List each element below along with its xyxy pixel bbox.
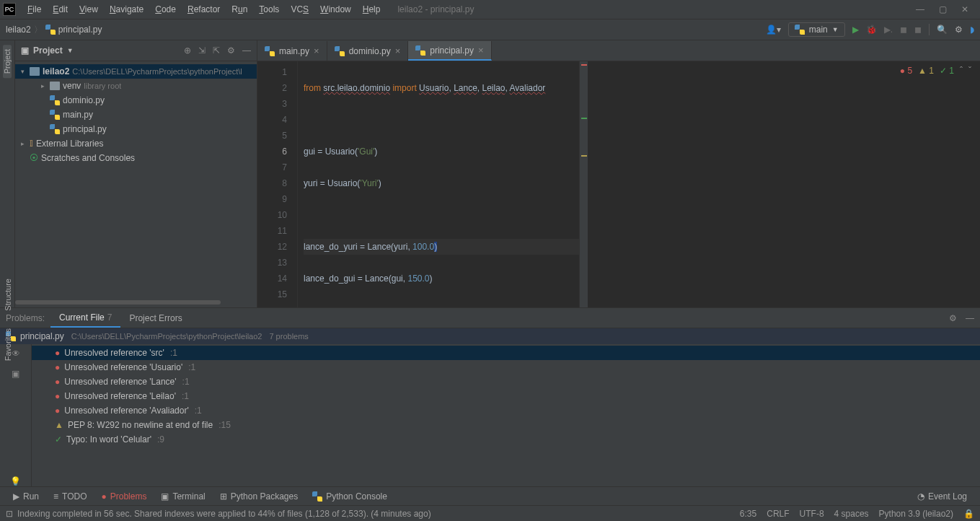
inspections-widget[interactable]: ● 5 ▲ 1 ✓ 1 ˆ ˇ (900, 66, 971, 76)
menu-edit[interactable]: Edit (47, 4, 74, 14)
tool-run[interactable]: ▶Run (6, 491, 46, 502)
horizontal-scrollbar[interactable] (15, 300, 221, 305)
python-icon (312, 491, 322, 502)
editor-area: main.py × dominio.py × principal.py × 12… (257, 40, 980, 307)
menu-vcs[interactable]: VCS (285, 4, 314, 14)
problems-list[interactable]: ● Unresolved reference 'src' :1 ● Unreso… (32, 344, 980, 486)
project-tree[interactable]: ▾ leilao2 C:\Users\DELL\PycharmProjects\… (15, 61, 257, 300)
status-encoding[interactable]: UTF-8 (800, 509, 824, 519)
chevron-down-icon: ▼ (832, 26, 839, 33)
warning-count-icon[interactable]: ▲ 1 (918, 66, 934, 76)
menu-code[interactable]: Code (149, 4, 182, 14)
problem-item[interactable]: ● Unresolved reference 'Lance' :1 (32, 375, 980, 389)
collapse-all-icon[interactable]: ⇱ (213, 45, 220, 56)
close-tab-icon[interactable]: × (314, 45, 319, 56)
menu-navigate[interactable]: Navigate (104, 4, 149, 14)
bottom-tool-bar: ▶Run ≡TODO ●Problems ▣Terminal ⊞Python P… (0, 486, 980, 505)
tool-terminal[interactable]: ▣Terminal (154, 491, 212, 502)
menu-help[interactable]: Help (357, 4, 387, 14)
settings-icon[interactable]: ⚙ (955, 25, 963, 35)
run-config-selector[interactable]: main ▼ (788, 22, 845, 37)
play-icon: ▶ (13, 491, 19, 502)
problems-file-header[interactable]: principal.py C:\Users\DELL\PycharmProjec… (0, 328, 980, 344)
tab-current-file[interactable]: Current File7 (50, 308, 120, 328)
close-tab-icon[interactable]: × (395, 45, 401, 56)
tree-venv[interactable]: ▸ venv library root (15, 79, 257, 93)
error-count-icon[interactable]: ● 5 (900, 66, 912, 76)
stop-button[interactable]: ◼ (914, 25, 922, 35)
next-highlight-icon[interactable]: ˇ (968, 66, 971, 76)
python-file-icon (335, 46, 345, 56)
error-stripe[interactable] (579, 61, 588, 307)
coverage-button[interactable]: ▶. (884, 25, 893, 35)
settings-icon[interactable]: ⚙ (227, 45, 235, 56)
debug-button[interactable]: 🐞 (866, 25, 877, 35)
tree-file-main[interactable]: main.py (15, 108, 257, 122)
select-opened-file-icon[interactable]: ⊕ (184, 45, 191, 56)
expand-all-icon[interactable]: ⇲ (198, 45, 206, 56)
minimize-icon[interactable]: — (916, 4, 924, 14)
status-indexing-icon: ⊡ (6, 509, 13, 519)
inspection-settings-icon[interactable]: ▣ (12, 369, 19, 379)
problem-item[interactable]: ▲ PEP 8: W292 no newline at end of file … (32, 418, 980, 432)
search-everywhere-icon[interactable]: 🔍 (937, 25, 948, 35)
intention-bulb-icon[interactable]: 💡 (10, 476, 21, 486)
breadcrumb-file[interactable]: principal.py (45, 25, 102, 35)
menu-window[interactable]: Window (314, 4, 357, 14)
close-tab-icon[interactable]: × (478, 45, 484, 56)
tab-main[interactable]: main.py × (257, 41, 327, 61)
error-icon: ● (55, 377, 60, 387)
chevron-right-icon: 〉 (34, 24, 43, 36)
run-button[interactable]: ▶ (852, 25, 859, 35)
problem-item[interactable]: ● Unresolved reference 'src' :1 (32, 346, 980, 360)
tool-console[interactable]: Python Console (305, 491, 394, 502)
typo-count-icon[interactable]: ✓ 1 (940, 66, 954, 76)
app-icon: PC (3, 3, 16, 16)
error-icon: ● (55, 348, 60, 358)
problem-item[interactable]: ✓ Typo: In word 'Celular' :9 (32, 432, 980, 447)
prev-highlight-icon[interactable]: ˆ (960, 66, 963, 76)
tab-dominio[interactable]: dominio.py × (327, 41, 409, 61)
tab-project-errors[interactable]: Project Errors (120, 308, 190, 328)
tab-principal[interactable]: principal.py × (408, 41, 491, 61)
maximize-icon[interactable]: ▢ (939, 4, 947, 14)
breadcrumb-project[interactable]: leilao2 (6, 25, 31, 35)
code-with-me-icon[interactable]: ◗ (970, 25, 974, 35)
project-panel-title[interactable]: ▣ Project ▼ (21, 45, 74, 56)
menu-refactor[interactable]: Refactor (182, 4, 226, 14)
line-gutter[interactable]: 123456789101112131415 (257, 61, 298, 307)
menu-tools[interactable]: Tools (253, 4, 285, 14)
status-interpreter[interactable]: Python 3.9 (leilao2) (879, 509, 953, 519)
menu-file[interactable]: File (22, 4, 47, 14)
menu-view[interactable]: View (74, 4, 104, 14)
tool-event-log[interactable]: ◔Event Log (910, 491, 974, 502)
add-user-icon[interactable]: 👤▾ (766, 25, 781, 35)
tree-file-dominio[interactable]: dominio.py (15, 93, 257, 108)
problem-item[interactable]: ● Unresolved reference 'Avaliador' :1 (32, 403, 980, 418)
tree-root[interactable]: ▾ leilao2 C:\Users\DELL\PycharmProjects\… (15, 64, 257, 79)
problem-item[interactable]: ● Unresolved reference 'Leilao' :1 (32, 389, 980, 403)
code-editor[interactable]: 123456789101112131415 from src.leilao.do… (257, 61, 980, 307)
tree-file-principal[interactable]: principal.py (15, 122, 257, 136)
left-tab-project[interactable]: Project (3, 45, 12, 78)
settings-icon[interactable]: ⚙ (949, 313, 957, 323)
hide-icon[interactable]: — (966, 313, 974, 323)
tree-scratches[interactable]: ⦿ Scratches and Consoles (15, 151, 257, 165)
menu-run[interactable]: Run (226, 4, 253, 14)
left-tab-structure[interactable]: Structure (4, 274, 12, 315)
status-indent[interactable]: 4 spaces (834, 509, 869, 519)
profile-button[interactable]: ◼ (900, 25, 907, 35)
close-icon[interactable]: ✕ (961, 4, 968, 14)
problem-item[interactable]: ● Unresolved reference 'Usuario' :1 (32, 360, 980, 375)
hide-icon[interactable]: — (242, 45, 251, 56)
status-eol[interactable]: CRLF (767, 509, 789, 519)
tool-problems[interactable]: ●Problems (94, 491, 154, 502)
lock-icon[interactable]: 🔒 (963, 509, 974, 519)
code-content[interactable]: from src.leilao.dominio import Usuario, … (298, 61, 579, 307)
left-tab-favorites[interactable]: Favorites (4, 324, 12, 365)
tool-todo[interactable]: ≡TODO (46, 491, 94, 502)
problem-msg: Typo: In word 'Celular' (66, 434, 151, 445)
tool-packages[interactable]: ⊞Python Packages (213, 491, 305, 502)
tree-external-libs[interactable]: ▸ 𝕀 External Libraries (15, 136, 257, 151)
status-line-col[interactable]: 6:35 (740, 509, 756, 519)
